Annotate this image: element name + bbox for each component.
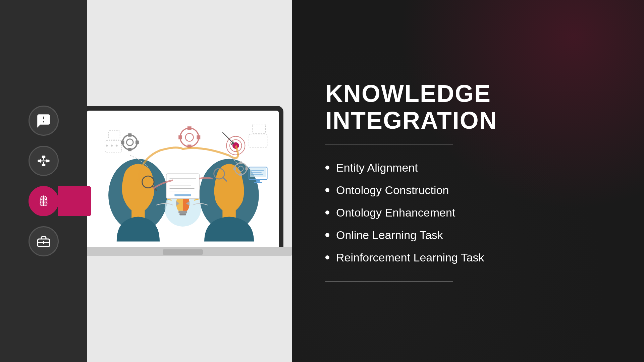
sidebar-item-chat[interactable]: [29, 106, 59, 136]
svg-point-71: [111, 144, 113, 146]
laptop-screen: [82, 106, 283, 247]
list-item: Ontology Construction: [325, 184, 610, 197]
bottom-divider: [325, 281, 453, 282]
svg-point-14: [45, 199, 46, 200]
laptop-display: [87, 111, 279, 247]
svg-rect-43: [128, 148, 131, 151]
svg-rect-27: [179, 214, 186, 216]
sidebar-item-brain[interactable]: [29, 186, 59, 216]
right-content: KNOWLEDGE INTEGRATION Entity Alignment O…: [325, 80, 610, 281]
laptop-base: [72, 247, 293, 256]
svg-rect-60: [239, 173, 242, 176]
laptop-container: [72, 106, 293, 256]
bullet-list: Entity Alignment Ontology Construction O…: [325, 161, 610, 264]
svg-point-13: [41, 199, 43, 200]
svg-rect-79: [254, 182, 262, 183]
bullet-text: Ontology Enhancement: [336, 206, 455, 219]
svg-point-72: [116, 144, 118, 146]
svg-rect-59: [239, 162, 242, 164]
sidebar: [0, 0, 87, 362]
list-item: Online Learning Task: [325, 229, 610, 242]
bullet-text: Entity Alignment: [336, 161, 418, 174]
svg-rect-48: [187, 126, 192, 130]
svg-rect-39: [174, 194, 191, 196]
bullet-dot: [325, 166, 329, 170]
bullet-dot: [325, 255, 329, 259]
sidebar-item-briefcase[interactable]: [29, 226, 59, 256]
svg-rect-78: [256, 180, 260, 182]
svg-rect-61: [245, 167, 248, 170]
bullet-dot: [325, 210, 329, 215]
left-panel: [0, 0, 292, 362]
svg-point-4: [43, 119, 45, 121]
svg-rect-9: [42, 164, 46, 166]
sidebar-item-flow[interactable]: [29, 146, 59, 176]
list-item: Entity Alignment: [325, 161, 610, 174]
title-line2: INTEGRATION: [325, 107, 497, 134]
svg-rect-50: [197, 135, 200, 139]
flow-icon: [37, 154, 51, 168]
svg-rect-51: [178, 135, 182, 139]
title-line1: KNOWLEDGE: [325, 80, 491, 107]
bullet-dot: [325, 233, 329, 237]
list-item: Reinforcement Learning Task: [325, 251, 610, 264]
laptop-trackpad: [163, 249, 203, 255]
briefcase-icon: [37, 234, 51, 248]
knowledge-illustration: [87, 111, 279, 247]
bullet-text: Ontology Construction: [336, 184, 449, 197]
svg-point-5: [45, 119, 47, 121]
svg-rect-42: [128, 133, 131, 137]
svg-rect-44: [136, 141, 139, 144]
brain-icon: [37, 194, 51, 208]
bullet-dot: [325, 188, 329, 192]
list-item: Ontology Enhancement: [325, 206, 610, 219]
bullet-text: Reinforcement Learning Task: [336, 251, 484, 264]
svg-rect-62: [233, 167, 236, 170]
bullet-text: Online Learning Task: [336, 229, 443, 242]
title-divider: [325, 144, 453, 144]
chat-icon: [37, 114, 51, 128]
svg-point-16: [43, 197, 44, 199]
svg-point-70: [106, 144, 108, 146]
svg-rect-26: [178, 211, 187, 214]
right-panel: KNOWLEDGE INTEGRATION Entity Alignment O…: [292, 0, 644, 362]
svg-point-3: [41, 119, 42, 121]
main-title: KNOWLEDGE INTEGRATION: [325, 80, 610, 133]
svg-rect-8: [42, 156, 46, 158]
